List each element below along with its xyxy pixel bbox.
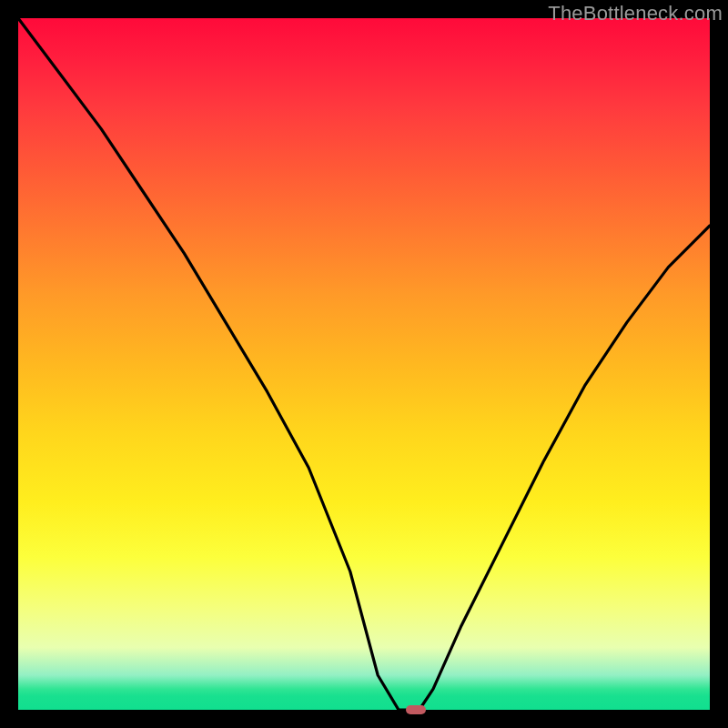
watermark-text: TheBottleneck.com: [548, 2, 723, 25]
plot-area: [18, 18, 710, 710]
bottleneck-curve: [18, 18, 710, 710]
chart-stage: TheBottleneck.com: [0, 0, 728, 728]
optimal-point-marker: [406, 705, 426, 714]
